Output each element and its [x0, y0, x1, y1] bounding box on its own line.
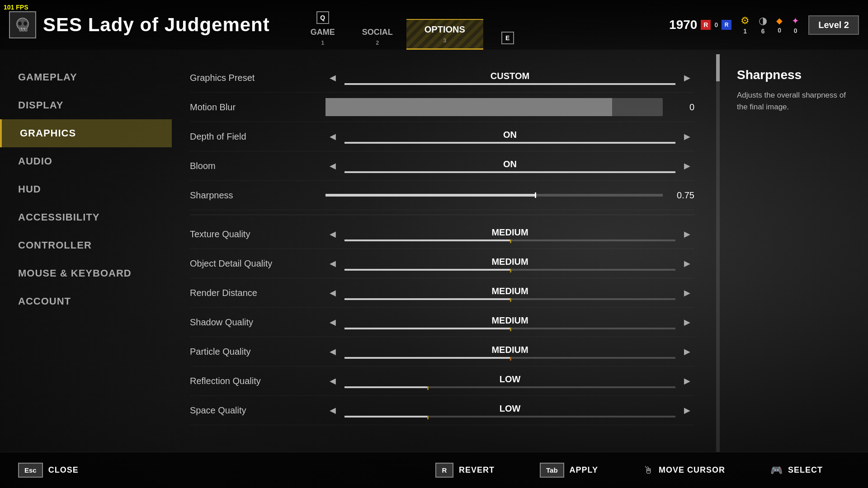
tab-game[interactable]: Q GAME 1 [297, 8, 349, 50]
shadow-label: Shadow Quality [190, 317, 326, 328]
sidebar-item-mouse-keyboard[interactable]: MOUSE & KEYBOARD [0, 259, 172, 287]
tab-game-number: 1 [321, 40, 324, 46]
dof-arrow-left[interactable]: ◀ [326, 129, 340, 144]
space-slider: LOW [344, 401, 675, 419]
sidebar-item-gameplay[interactable]: GAMEPLAY [0, 63, 172, 91]
render-distance-arrow-right[interactable]: ▶ [680, 286, 694, 300]
bloom-slider: ON [344, 157, 675, 175]
shadow-arrow-left[interactable]: ◀ [326, 315, 340, 329]
shadow-arrow-right[interactable]: ▶ [680, 315, 694, 329]
dof-arrow-right[interactable]: ▶ [680, 129, 694, 144]
motion-blur-value: 0 [667, 102, 694, 113]
particle-arrow-right[interactable]: ▶ [680, 344, 694, 359]
bloom-label: Bloom [190, 161, 326, 171]
setting-row-bloom: Bloom ◀ ON ▶ [190, 151, 694, 181]
icon-orange-val: 0 [778, 27, 781, 34]
icon-r: R [701, 20, 711, 30]
select-action: 🎮 SELECT [770, 465, 823, 476]
shadow-control: ◀ MEDIUM ▶ [326, 313, 694, 331]
setting-row-preset: Graphics Preset ◀ CUSTOM ▶ [190, 63, 694, 93]
texture-arrow-right[interactable]: ▶ [680, 227, 694, 241]
preset-arrow-left[interactable]: ◀ [326, 70, 340, 85]
svg-point-1 [18, 22, 22, 26]
apply-label: APPLY [570, 465, 598, 475]
tab-social-number: 2 [376, 40, 379, 46]
revert-key: R [435, 463, 453, 478]
render-distance-slider: MEDIUM [344, 284, 675, 302]
render-distance-arrow-left[interactable]: ◀ [326, 286, 340, 300]
tab-social[interactable]: SOCIAL 2 [349, 24, 406, 50]
tab-e-key: E [501, 32, 514, 44]
reflection-value: LOW [500, 374, 521, 385]
reflection-track [344, 386, 675, 388]
close-label: CLOSE [48, 465, 79, 475]
apply-action: Tab APPLY [540, 463, 598, 478]
shadow-track [344, 328, 675, 329]
dof-label: Depth of Field [190, 131, 326, 142]
particle-arrow-left[interactable]: ◀ [326, 344, 340, 359]
sidebar-item-display[interactable]: DISPLAY [0, 91, 172, 119]
req-number: 1970 [669, 18, 697, 32]
apply-key: Tab [540, 463, 564, 478]
req-sub: 0 [714, 21, 718, 28]
setting-row-motion-blur: Motion Blur 0 [190, 93, 694, 122]
setting-row-texture: Texture Quality ◀ MEDIUM ▶ [190, 220, 694, 249]
sidebar-item-hud[interactable]: HUD [0, 175, 172, 203]
motion-blur-control: 0 [326, 98, 694, 116]
settings-panel: Graphics Preset ◀ CUSTOM ▶ Motion Blur [172, 54, 712, 452]
fps-counter: 101 FPS [4, 4, 28, 11]
sharpness-control: 0.75 [326, 186, 694, 204]
setting-row-shadow: Shadow Quality ◀ MEDIUM ▶ [190, 308, 694, 337]
preset-track [344, 83, 675, 85]
sharpness-value: 0.75 [667, 190, 694, 201]
header-right: 1970 R 0 R ⚙ 1 ◑ 6 ◆ 0 ✦ 0 Level 2 [669, 15, 859, 35]
setting-row-dof: Depth of Field ◀ ON ▶ [190, 122, 694, 151]
sidebar-item-controller[interactable]: CONTROLLER [0, 231, 172, 259]
motion-blur-bar [326, 98, 663, 116]
sharpness-slider[interactable] [326, 186, 663, 204]
particle-slider: MEDIUM [344, 343, 675, 361]
sidebar-item-account[interactable]: ACCOUNT [0, 287, 172, 315]
sidebar-item-audio[interactable]: AUDIO [0, 147, 172, 175]
render-distance-label: Render Distance [190, 288, 326, 298]
setting-row-space: Space Quality ◀ LOW ▶ [190, 396, 694, 425]
space-arrow-right[interactable]: ▶ [680, 403, 694, 418]
object-detail-arrow-left[interactable]: ◀ [326, 256, 340, 271]
close-key: Esc [18, 463, 43, 478]
texture-control: ◀ MEDIUM ▶ [326, 225, 694, 243]
tab-game-key: Q [316, 11, 329, 24]
preset-arrow-right[interactable]: ▶ [680, 70, 694, 85]
object-detail-slider: MEDIUM [344, 254, 675, 272]
bloom-arrow-right[interactable]: ▶ [680, 159, 694, 173]
tab-e[interactable]: E [488, 28, 528, 50]
bottom-bar: Esc CLOSE R REVERT Tab APPLY 🖱 MOVE CURS… [0, 452, 868, 488]
sharpness-track [326, 194, 663, 197]
tab-options[interactable]: OPTIONS 3 [406, 19, 483, 50]
dof-value: ON [503, 130, 517, 140]
reflection-label: Reflection Quality [190, 376, 326, 386]
particle-label: Particle Quality [190, 347, 326, 357]
bottom-right: R REVERT Tab APPLY 🖱 MOVE CURSOR 🎮 SELEC… [435, 463, 850, 478]
scrollbar[interactable] [716, 54, 720, 452]
blue-icon: R [722, 20, 731, 30]
dof-slider: ON [344, 127, 675, 145]
texture-arrow-left[interactable]: ◀ [326, 227, 340, 241]
icon-pink-group: ✦ 0 [792, 15, 799, 34]
svg-rect-7 [24, 28, 25, 29]
object-detail-value: MEDIUM [491, 257, 528, 267]
move-label: MOVE CURSOR [659, 465, 725, 475]
info-panel: Sharpness Adjusts the overall sharpness … [723, 54, 868, 452]
object-detail-arrow-right[interactable]: ▶ [680, 256, 694, 271]
reflection-arrow-right[interactable]: ▶ [680, 374, 694, 388]
shadow-value: MEDIUM [491, 315, 528, 326]
space-arrow-left[interactable]: ◀ [326, 403, 340, 418]
bloom-arrow-left[interactable]: ◀ [326, 159, 340, 173]
player-name: SES Lady of Judgement [43, 14, 270, 36]
scroll-thumb[interactable] [716, 54, 720, 81]
reflection-arrow-left[interactable]: ◀ [326, 374, 340, 388]
motion-blur-slider[interactable] [326, 98, 663, 116]
sidebar-item-accessibility[interactable]: ACCESSIBILITY [0, 203, 172, 231]
sidebar-item-graphics[interactable]: GRAPHICS [0, 119, 172, 147]
object-detail-track [344, 269, 675, 271]
setting-row-render-distance: Render Distance ◀ MEDIUM ▶ [190, 278, 694, 308]
